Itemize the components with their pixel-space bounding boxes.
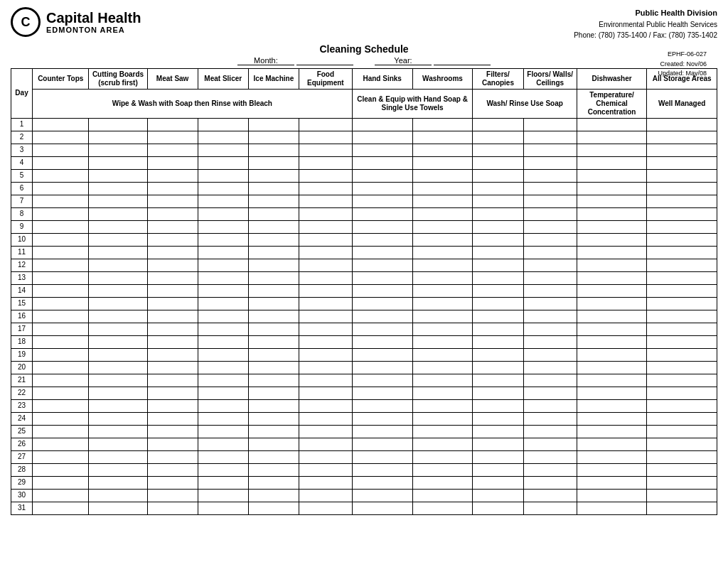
col-header-dishwasher: Dishwasher: [577, 68, 647, 89]
data-cell: [33, 182, 89, 195]
data-cell: [147, 502, 198, 514]
data-cell: [198, 195, 248, 207]
data-cell: [412, 399, 473, 412]
data-cell: [198, 284, 248, 297]
col-header-washrooms: Washrooms: [412, 68, 473, 89]
table-row: 21: [11, 374, 717, 387]
data-cell: [198, 220, 248, 233]
data-cell: [473, 195, 523, 207]
data-cell: [89, 489, 147, 502]
table-row: 31: [11, 502, 717, 514]
data-cell: [647, 297, 717, 310]
data-cell: [147, 259, 198, 271]
data-cell: [147, 297, 198, 310]
data-cell: [473, 207, 523, 220]
data-cell: [473, 412, 523, 425]
data-cell: [299, 463, 352, 476]
table-row: 4: [11, 156, 717, 169]
data-cell: [577, 412, 647, 425]
data-cell: [248, 463, 299, 476]
day-cell: 6: [11, 182, 33, 195]
data-cell: [523, 399, 577, 412]
data-cell: [248, 195, 299, 207]
data-cell: [299, 182, 352, 195]
table-row: 27: [11, 450, 717, 463]
table-row: 25: [11, 425, 717, 438]
data-cell: [248, 399, 299, 412]
data-cell: [89, 361, 147, 374]
data-cell: [473, 387, 523, 399]
data-cell: [352, 387, 412, 399]
data-cell: [147, 387, 198, 399]
data-cell: [89, 412, 147, 425]
data-cell: [198, 118, 248, 131]
data-cell: [352, 118, 412, 131]
data-cell: [147, 374, 198, 387]
data-cell: [299, 144, 352, 156]
data-cell: [647, 310, 717, 323]
data-cell: [412, 259, 473, 271]
data-cell: [89, 399, 147, 412]
data-cell: [523, 169, 577, 182]
data-cell: [89, 246, 147, 259]
data-cell: [577, 169, 647, 182]
data-cell: [352, 476, 412, 489]
data-cell: [299, 412, 352, 425]
data-cell: [412, 310, 473, 323]
day-cell: 17: [11, 323, 33, 335]
data-cell: [412, 297, 473, 310]
data-cell: [577, 118, 647, 131]
data-cell: [352, 374, 412, 387]
table-row: 11: [11, 246, 717, 259]
data-cell: [248, 335, 299, 348]
data-cell: [248, 425, 299, 438]
data-cell: [412, 476, 473, 489]
data-cell: [412, 195, 473, 207]
schedule-table-body: 1 2 3 4 5 6 7 8 9 10 11 12 13 14 15: [11, 118, 717, 514]
data-cell: [577, 399, 647, 412]
data-cell: [33, 131, 89, 144]
data-cell: [89, 182, 147, 195]
data-cell: [299, 207, 352, 220]
data-cell: [577, 195, 647, 207]
data-cell: [33, 412, 89, 425]
data-cell: [89, 476, 147, 489]
data-cell: [412, 489, 473, 502]
data-cell: [248, 361, 299, 374]
data-cell: [352, 144, 412, 156]
data-cell: [523, 374, 577, 387]
data-cell: [473, 118, 523, 131]
cleaning-schedule-table: Day Counter Tops Cutting Boards (scrub f…: [11, 68, 717, 515]
data-cell: [523, 259, 577, 271]
data-cell: [352, 463, 412, 476]
day-cell: 13: [11, 271, 33, 284]
data-cell: [577, 387, 647, 399]
data-cell: [33, 156, 89, 169]
table-row: 8: [11, 207, 717, 220]
data-cell: [577, 502, 647, 514]
table-row: 20: [11, 361, 717, 374]
day-cell: 9: [11, 220, 33, 233]
data-cell: [352, 348, 412, 361]
doc-code: EPHF-06-027: [658, 50, 707, 60]
data-cell: [412, 361, 473, 374]
data-cell: [33, 374, 89, 387]
data-cell: [198, 259, 248, 271]
data-cell: [248, 310, 299, 323]
data-cell: [248, 476, 299, 489]
data-cell: [412, 118, 473, 131]
data-cell: [647, 502, 717, 514]
col-header-ice: Ice Machine: [248, 68, 299, 89]
subheader-clean-equip: Clean & Equip with Hand Soap & Single Us…: [352, 89, 473, 118]
data-cell: [473, 335, 523, 348]
data-cell: [577, 450, 647, 463]
subheader-well-managed: Well Managed: [647, 89, 717, 118]
data-cell: [647, 387, 717, 399]
table-row: 23: [11, 399, 717, 412]
data-cell: [33, 271, 89, 284]
data-cell: [147, 310, 198, 323]
data-cell: [473, 144, 523, 156]
data-cell: [352, 361, 412, 374]
table-row: 1: [11, 118, 717, 131]
data-cell: [198, 246, 248, 259]
